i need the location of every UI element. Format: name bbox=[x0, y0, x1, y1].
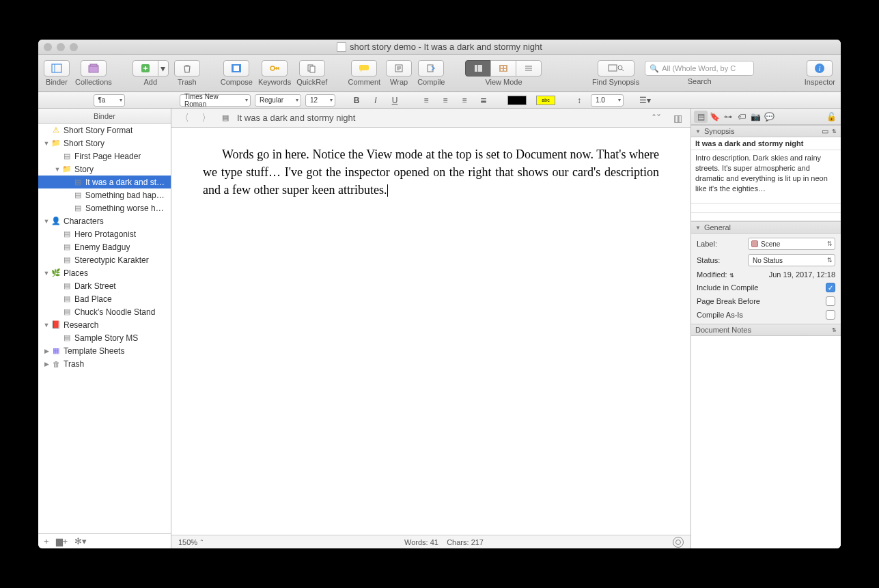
add-folder-icon[interactable]: ▆+ bbox=[56, 536, 68, 546]
zoom-icon[interactable] bbox=[70, 43, 78, 51]
tree-row[interactable]: ▼📁Short Story bbox=[38, 137, 171, 150]
underline-button[interactable]: U bbox=[387, 94, 402, 107]
keywords-button[interactable] bbox=[262, 60, 288, 76]
index-card-icon[interactable]: ▭ bbox=[822, 127, 828, 136]
tree-row[interactable]: ▤It was a dark and st… bbox=[38, 176, 171, 188]
tree-row[interactable]: ▤Enemy Badguy bbox=[38, 240, 171, 253]
quickref-button[interactable] bbox=[299, 60, 325, 76]
tab-bookmarks[interactable]: 🔖 bbox=[708, 111, 721, 123]
weight-dropdown[interactable]: Regular bbox=[255, 94, 301, 107]
tree-row[interactable]: ▼👤Characters bbox=[38, 214, 171, 227]
tree-row[interactable]: ▤Stereotypic Karakter bbox=[38, 253, 171, 266]
text-color-swatch[interactable] bbox=[507, 96, 527, 105]
tree-row[interactable]: ▤Bad Place bbox=[38, 292, 171, 305]
doc-icon: ▤ bbox=[72, 191, 83, 200]
tab-key-icon[interactable]: ⊶ bbox=[721, 111, 735, 123]
search-input[interactable]: 🔍 All (Whole Word, by C bbox=[645, 61, 754, 76]
viewmode-document-button[interactable] bbox=[465, 60, 491, 76]
forward-button[interactable]: 〉 bbox=[199, 112, 214, 124]
text-editor[interactable]: Words go in here. Notice the View mode a… bbox=[171, 128, 690, 535]
style-dropdown[interactable]: ¶a bbox=[94, 94, 125, 107]
tree-row[interactable]: ▤Sample Story MS bbox=[38, 331, 171, 344]
asis-checkbox[interactable] bbox=[826, 310, 835, 320]
svg-rect-9 bbox=[310, 66, 315, 72]
trash-button[interactable] bbox=[174, 60, 200, 76]
back-button[interactable]: 〈 bbox=[177, 112, 192, 124]
tree-row[interactable]: ▤Chuck's Noodle Stand bbox=[38, 305, 171, 318]
tree-row[interactable]: ▤Something bad happ… bbox=[38, 188, 171, 201]
status-select[interactable]: No Status bbox=[748, 254, 835, 266]
bold-button[interactable]: B bbox=[349, 94, 364, 107]
tab-notes[interactable]: ▤ bbox=[694, 111, 708, 123]
compile-button[interactable] bbox=[418, 60, 444, 76]
include-checkbox[interactable]: ✓ bbox=[826, 283, 835, 292]
tree-row[interactable]: ▶🗑Trash bbox=[38, 357, 171, 370]
tree-row[interactable]: ▤Hero Protagonist bbox=[38, 227, 171, 240]
minimize-icon[interactable] bbox=[57, 43, 65, 51]
spacing-dropdown[interactable]: 1.0 bbox=[591, 94, 624, 107]
window-controls[interactable] bbox=[44, 43, 78, 51]
zoom-level[interactable]: 150% ⌃ bbox=[178, 538, 215, 546]
viewmode-outline-button[interactable] bbox=[516, 60, 542, 76]
italic-button[interactable]: I bbox=[368, 94, 383, 107]
compose-button[interactable] bbox=[223, 60, 249, 76]
notes-header[interactable]: Document Notes⇅ bbox=[691, 324, 841, 336]
folder-icon: 📁 bbox=[61, 165, 72, 174]
tab-snapshot-icon[interactable]: 📷 bbox=[749, 111, 762, 123]
binder-tree[interactable]: ⚠Short Story Format▼📁Short Story▤First P… bbox=[38, 124, 171, 533]
add-label: Add bbox=[144, 78, 158, 86]
comment-label: Comment bbox=[348, 78, 380, 86]
warn-icon: ⚠ bbox=[51, 126, 61, 135]
inspector-button[interactable]: i bbox=[807, 60, 833, 76]
collections-label: Collections bbox=[75, 78, 112, 86]
find-synopsis-button[interactable] bbox=[598, 60, 634, 76]
tab-comment-icon[interactable]: 💬 bbox=[762, 111, 776, 123]
align-left-button[interactable]: ≡ bbox=[419, 94, 434, 107]
font-dropdown[interactable]: Times New Roman bbox=[180, 94, 251, 107]
target-icon[interactable] bbox=[673, 537, 684, 548]
highlight-swatch[interactable]: abc bbox=[536, 96, 555, 105]
settings-icon[interactable]: ✻▾ bbox=[74, 536, 87, 546]
add-menu-button[interactable]: ▾ bbox=[158, 60, 169, 76]
line-spacing-icon[interactable]: ↕ bbox=[572, 94, 587, 107]
add-item-icon[interactable]: + bbox=[44, 536, 49, 546]
close-icon[interactable] bbox=[44, 43, 52, 51]
tab-tag-icon[interactable]: 🏷 bbox=[735, 111, 749, 123]
synopsis-body[interactable]: Intro description. Dark skies and rainy … bbox=[691, 150, 841, 204]
tree-row[interactable]: ▤Dark Street bbox=[38, 279, 171, 292]
size-dropdown[interactable]: 12 bbox=[305, 94, 335, 107]
char-icon: 👤 bbox=[51, 216, 61, 226]
pbb-checkbox[interactable] bbox=[826, 296, 835, 306]
add-button[interactable] bbox=[132, 60, 158, 76]
pbb-label: Page Break Before bbox=[697, 297, 760, 305]
tree-row[interactable]: ▼🌿Places bbox=[38, 266, 171, 279]
general-header[interactable]: ▼General bbox=[691, 221, 841, 234]
tree-row[interactable]: ▤First Page Header bbox=[38, 150, 171, 163]
list-button[interactable]: ☰▾ bbox=[637, 94, 652, 107]
binder-button[interactable] bbox=[44, 60, 70, 76]
svg-rect-0 bbox=[52, 64, 61, 72]
nav-up-down[interactable]: ˄˅ bbox=[649, 113, 664, 124]
label-select[interactable]: Scene bbox=[748, 238, 835, 250]
tree-row[interactable]: ⚠Short Story Format bbox=[38, 124, 171, 137]
align-center-button[interactable]: ≡ bbox=[438, 94, 453, 107]
tree-row[interactable]: ▼📁Story bbox=[38, 163, 171, 176]
tree-row[interactable]: ▶▦Template Sheets bbox=[38, 344, 171, 357]
viewmode-cork-button[interactable] bbox=[490, 60, 516, 76]
split-icon[interactable]: ▥ bbox=[671, 113, 685, 124]
synopsis-title[interactable]: It was a dark and stormy night bbox=[691, 137, 841, 150]
tree-row[interactable]: ▤Something worse ha… bbox=[38, 201, 171, 214]
wrap-button[interactable] bbox=[386, 60, 412, 76]
comment-button[interactable] bbox=[351, 60, 377, 76]
svg-rect-18 bbox=[499, 65, 507, 72]
collections-button[interactable] bbox=[81, 60, 107, 76]
align-justify-button[interactable]: ≣ bbox=[476, 94, 491, 107]
find-synopsis-label: Find Synopsis bbox=[592, 78, 639, 86]
keywords-label: Keywords bbox=[258, 78, 291, 86]
format-bar: ¶a Times New Roman Regular 12 B I U ≡ ≡ … bbox=[38, 92, 841, 109]
align-right-button[interactable]: ≡ bbox=[457, 94, 472, 107]
synopsis-header[interactable]: ▼Synopsis▭⇅ bbox=[691, 125, 841, 137]
document-notes[interactable] bbox=[691, 336, 841, 548]
tree-row[interactable]: ▼📕Research bbox=[38, 318, 171, 331]
tab-lock-icon[interactable]: 🔓 bbox=[824, 111, 838, 123]
